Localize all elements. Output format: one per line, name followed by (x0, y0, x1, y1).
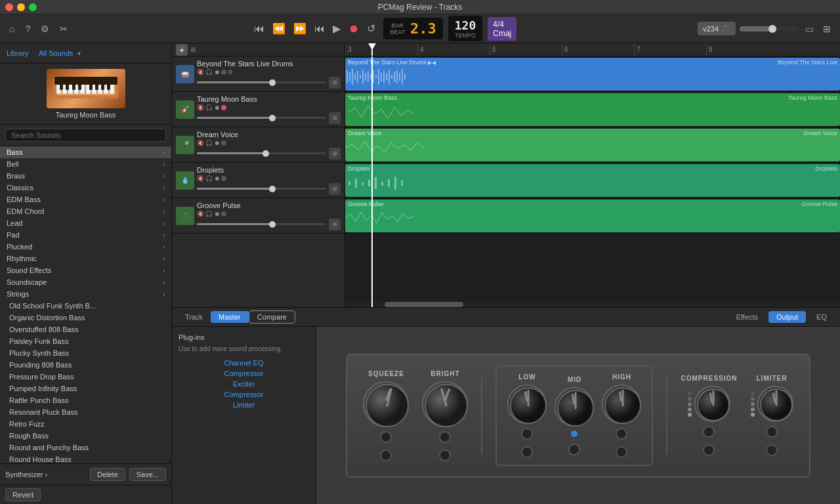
fullscreen-button[interactable] (29, 3, 37, 11)
tab-output[interactable]: Output (768, 311, 806, 323)
headphone-icon[interactable]: 🎧 (205, 211, 213, 217)
low-trim-knob[interactable] (521, 446, 533, 458)
mute-icon[interactable]: 🔇 (197, 104, 204, 111)
mute-icon[interactable]: 🔇 (197, 140, 204, 146)
fast-rewind-button[interactable]: ⏪ (270, 21, 288, 36)
scrollbar-thumb[interactable] (385, 302, 463, 307)
limiter-sub-knob[interactable] (766, 426, 778, 438)
limiter-trim-knob[interactable] (766, 444, 778, 456)
master-volume[interactable] (740, 26, 799, 32)
clip-bass[interactable]: Taureg Moon Bass (345, 93, 840, 126)
sound-item[interactable]: Paisley Funk Bass (0, 335, 171, 347)
track-end-button[interactable]: ⊕ (329, 183, 341, 195)
record-icon[interactable]: ⏺ (214, 69, 220, 75)
scissors-icon[interactable]: ✂ (57, 21, 70, 37)
track-volume-bass[interactable] (197, 117, 326, 119)
sound-item[interactable]: Overstuffed 808 Bass (0, 324, 171, 335)
library-link[interactable]: Library (7, 49, 29, 57)
tab-compare[interactable]: Compare (249, 310, 295, 324)
mute-icon[interactable]: 🔇 (197, 69, 204, 75)
record-button[interactable]: ⏺ (346, 22, 362, 36)
category-edm-chord[interactable]: EDM Chord › (0, 205, 171, 217)
grid-icon[interactable]: ⊞ (820, 21, 833, 37)
high-sub-knob[interactable] (616, 428, 627, 440)
compression-trim-knob[interactable] (703, 444, 715, 456)
record-icon[interactable]: ⏺ (214, 104, 220, 111)
category-bass[interactable]: Bass › (0, 146, 171, 158)
sound-item[interactable]: Round and Punchy Bass (0, 442, 171, 453)
track-volume-groove[interactable] (197, 223, 326, 225)
plugin-compressor-1[interactable]: Compressor (178, 368, 309, 379)
category-edm-bass[interactable]: EDM Bass › (0, 194, 171, 205)
sound-item[interactable]: Pressure Drop Bass (0, 371, 171, 383)
category-strings[interactable]: Strings › (0, 288, 171, 300)
squeeze-sub-knob[interactable] (380, 450, 392, 461)
sound-item[interactable]: Retro Fuzz (0, 418, 171, 430)
track-end-button[interactable]: ⊕ (329, 219, 341, 230)
squeeze-knob[interactable] (363, 381, 409, 427)
bright-sub-knob[interactable] (439, 450, 451, 461)
headphone-icon[interactable]: 🎧 (205, 175, 213, 182)
metronome-button[interactable]: v234 🎵 (698, 22, 736, 35)
settings-icon[interactable]: ⚙ (38, 21, 52, 37)
squeeze-trim-knob[interactable] (380, 431, 392, 443)
headphone-icon[interactable]: 🎧 (205, 104, 213, 111)
compression-knob[interactable] (694, 386, 730, 422)
save-button[interactable]: Save... (129, 468, 166, 481)
rewind-button[interactable]: ⏮ (312, 22, 327, 36)
plugin-limiter[interactable]: Limiter (178, 400, 309, 410)
sound-item-rough-bass[interactable]: Rough Bass (0, 430, 171, 442)
tab-eq[interactable]: EQ (808, 311, 835, 323)
track-end-button[interactable]: ⊕ (329, 148, 341, 159)
clip-voice[interactable]: Dream Voice Dream Voice (345, 129, 840, 161)
sound-item[interactable]: Round House Bass (0, 453, 171, 463)
minimize-button[interactable] (17, 3, 25, 11)
clip-droplets[interactable]: Droplets (345, 164, 840, 197)
plugin-channel-eq[interactable]: Channel EQ (178, 358, 309, 368)
record-icon[interactable]: ⏺ (214, 211, 220, 217)
play-button[interactable]: ▶ (330, 21, 343, 36)
bright-knob[interactable] (422, 381, 468, 427)
high-knob[interactable] (602, 385, 641, 424)
headphone-icon[interactable]: 🎧 (205, 140, 213, 146)
track-volume-droplets[interactable] (197, 188, 326, 190)
all-sounds-link[interactable]: All Sounds (39, 49, 74, 57)
add-track-button[interactable]: + (176, 44, 188, 56)
close-button[interactable] (5, 3, 13, 11)
clip-drums[interactable]: Beyond The Stars Live Drums ▶◀ (345, 58, 840, 91)
timeline-scrollbar[interactable] (345, 302, 840, 307)
rewind-to-start-button[interactable]: ⏮ (251, 22, 267, 36)
sound-item-plucky-synth-bass[interactable]: Plucky Synth Bass (0, 347, 171, 359)
sound-item[interactable]: Resonant Pluck Bass (0, 406, 171, 418)
limiter-knob[interactable] (757, 386, 793, 422)
sound-item[interactable]: Old School Funk Synth B... (0, 300, 171, 312)
plugin-compressor-2[interactable]: Compressor (178, 389, 309, 400)
low-sub-knob[interactable] (521, 428, 533, 440)
search-input[interactable] (5, 129, 166, 142)
mute-icon[interactable]: 🔇 (197, 211, 204, 217)
key-signature[interactable]: 4/4 Cmaj (488, 17, 516, 41)
category-bell[interactable]: Bell › (0, 158, 171, 170)
plugin-exciter[interactable]: Exciter (178, 379, 309, 389)
info-icon[interactable]: ? (22, 21, 33, 37)
sound-item[interactable]: Pumped Infinity Bass (0, 383, 171, 394)
low-knob[interactable] (507, 385, 547, 424)
fast-forward-button[interactable]: ⏩ (291, 21, 309, 36)
compression-sub-knob[interactable] (703, 426, 715, 438)
synthesizer-link[interactable]: Synthesizer › (5, 471, 86, 478)
tab-effects[interactable]: Effects (728, 311, 766, 323)
category-lead[interactable]: Lead › (0, 217, 171, 229)
delete-button[interactable]: Delete (90, 468, 125, 481)
headphone-icon[interactable]: 🎧 (205, 69, 213, 75)
record-icon[interactable]: ⏺ (214, 140, 220, 146)
clip-groove[interactable]: Groove Pulse Groove Pulse (345, 200, 840, 232)
mid-active-dot[interactable] (571, 430, 578, 437)
home-icon[interactable]: ⌂ (7, 21, 17, 37)
category-plucked[interactable]: Plucked › (0, 241, 171, 253)
high-trim-knob[interactable] (616, 446, 627, 458)
display-icon[interactable]: ▭ (803, 21, 816, 37)
category-brass[interactable]: Brass › (0, 170, 171, 182)
category-rhythmic[interactable]: Rhythmic › (0, 253, 171, 264)
sound-item[interactable]: Rattle Punch Bass (0, 394, 171, 406)
mid-trim-knob[interactable] (568, 444, 580, 455)
